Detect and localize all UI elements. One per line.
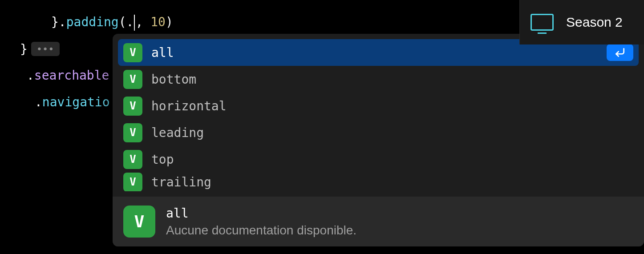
autocomplete-item-trailing[interactable]: V trailing — [118, 173, 639, 191]
code-dot: . — [35, 95, 42, 109]
autocomplete-popup: V all V bottom V horizontal V leading V … — [113, 34, 644, 246]
code-paren: (. — [119, 15, 134, 29]
code-method: navigatio — [42, 95, 110, 109]
doc-subtitle: Aucune documentation disponible. — [166, 223, 356, 238]
code-brace: }. — [51, 15, 66, 29]
autocomplete-label: top — [151, 152, 633, 167]
doc-title: all — [166, 206, 356, 221]
type-badge-icon: V — [123, 43, 142, 62]
code-method: padding — [66, 15, 119, 29]
autocomplete-label: horizontal — [151, 99, 633, 113]
type-badge-icon: V — [123, 70, 142, 89]
autocomplete-label: all — [151, 45, 607, 60]
monitor-icon[interactable] — [531, 14, 554, 31]
type-badge-icon: V — [123, 173, 142, 191]
preview-title: Season 2 — [566, 15, 623, 30]
code-method: searchable — [34, 68, 109, 83]
autocomplete-label: bottom — [151, 72, 633, 87]
code-brace: } — [20, 42, 28, 56]
code-fold-indicator[interactable]: ••• — [31, 42, 60, 56]
autocomplete-item-top[interactable]: V top — [118, 146, 639, 173]
autocomplete-label: leading — [151, 125, 633, 140]
code-dot: . — [27, 68, 34, 83]
autocomplete-item-bottom[interactable]: V bottom — [118, 66, 639, 93]
autocomplete-item-leading[interactable]: V leading — [118, 119, 639, 146]
code-paren: ) — [166, 15, 173, 29]
autocomplete-list: V all V bottom V horizontal V leading V … — [113, 34, 644, 197]
preview-panel-header: Season 2 — [519, 0, 644, 44]
code-number: 10 — [150, 15, 166, 29]
type-badge-icon: V — [123, 206, 155, 238]
type-badge-icon: V — [123, 123, 142, 142]
documentation-panel: V all Aucune documentation disponible. — [113, 197, 644, 246]
enter-key-icon — [607, 44, 633, 61]
autocomplete-label: trailing — [151, 175, 633, 189]
doc-text: all Aucune documentation disponible. — [166, 206, 356, 238]
code-comma: , — [135, 15, 150, 29]
code-line[interactable]: }.padding(., 10) — [0, 9, 498, 36]
type-badge-icon: V — [123, 97, 142, 116]
type-badge-icon: V — [123, 150, 142, 169]
autocomplete-item-horizontal[interactable]: V horizontal — [118, 93, 639, 119]
